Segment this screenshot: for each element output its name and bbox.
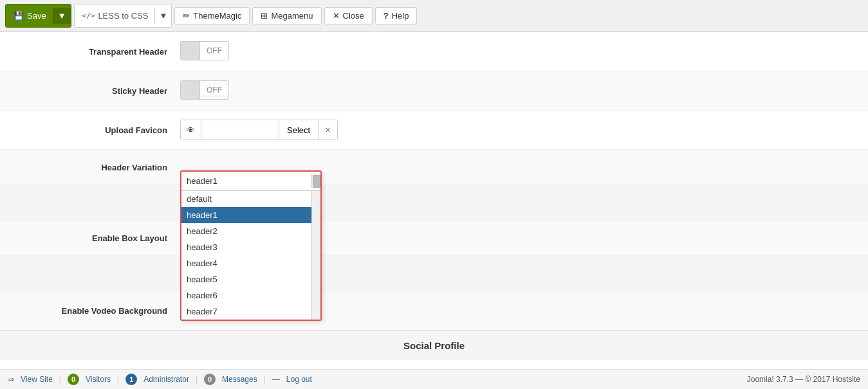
social-profile-title: Social Profile	[403, 340, 465, 351]
header-variation-control: header1 default header1 header2 header3 …	[180, 163, 855, 172]
enable-box-layout-row: Enable Box Layout	[0, 221, 868, 256]
header-variation-label: Header Variation	[0, 163, 180, 172]
less-dropdown-arrow[interactable]: ▼	[154, 8, 171, 24]
question-icon: ?	[383, 11, 389, 21]
favicon-file-input[interactable]	[201, 120, 279, 140]
body-section-row: Bo	[0, 185, 868, 221]
dropdown-selected-text: header1	[181, 176, 311, 186]
save-dropdown-arrow[interactable]: ▼	[53, 8, 71, 24]
close-label: Close	[343, 11, 364, 21]
toggle-handle	[181, 42, 200, 60]
magic-icon: ✏	[183, 11, 190, 21]
times-icon: ✕	[333, 11, 340, 21]
megamenu-button[interactable]: ⊞ Megamenu	[252, 7, 321, 24]
eye-icon: 👁	[187, 125, 195, 135]
enable-box-layout-label: Enable Box Layout	[0, 233, 180, 243]
upload-favicon-control: 👁 Select ×	[180, 120, 855, 140]
sticky-header-control: OFF	[180, 80, 855, 101]
bottom-bar: ⇒ View Site | 0 Visitors | 1 Administrat…	[0, 369, 868, 370]
scrollbar-thumb	[313, 175, 320, 188]
video-section-row: Vi	[0, 256, 868, 291]
option-header3[interactable]: header3	[181, 239, 311, 255]
toggle-off-label: OFF	[200, 46, 228, 55]
favicon-select-label: Select	[287, 125, 310, 135]
favicon-input-group: 👁 Select ×	[180, 120, 338, 140]
main-content: Transparent Header OFF Sticky Header OFF…	[0, 32, 868, 370]
help-label: Help	[392, 11, 409, 21]
option-header6[interactable]: header6	[181, 287, 311, 303]
favicon-clear-button[interactable]: ×	[318, 120, 337, 140]
enable-video-background-label: Enable Vodeo Background	[0, 306, 180, 316]
option-header5[interactable]: header5	[181, 271, 311, 287]
enable-video-background-row: Enable Vodeo Background OFF	[0, 291, 868, 330]
favicon-preview-button[interactable]: 👁	[181, 120, 201, 140]
sticky-toggle-off-label: OFF	[200, 86, 228, 95]
transparent-header-toggle[interactable]: OFF	[180, 41, 229, 60]
option-header1[interactable]: header1	[181, 207, 311, 223]
close-button[interactable]: ✕ Close	[324, 7, 373, 24]
theme-magic-label: ThemeMagic	[193, 11, 241, 21]
megamenu-label: Megamenu	[271, 11, 313, 21]
sitemap-icon: ⊞	[261, 11, 268, 21]
transparent-header-control: OFF	[180, 41, 855, 62]
save-label: Save	[27, 11, 46, 21]
less-to-css-button[interactable]: </> LESS to CSS ▼	[74, 4, 172, 28]
dropdown-scrollbar[interactable]	[311, 174, 320, 188]
dropdown-scrollbar-right[interactable]	[311, 191, 320, 320]
favicon-select-button[interactable]: Select	[279, 120, 318, 140]
favicon-clear-label: ×	[326, 125, 331, 135]
toolbar: 💾 Save ▼ </> LESS to CSS ▼ ✏ ThemeMagic …	[0, 0, 868, 32]
sticky-header-row: Sticky Header OFF	[0, 71, 868, 111]
help-button[interactable]: ? Help	[375, 7, 418, 24]
option-default[interactable]: default	[181, 191, 311, 207]
upload-favicon-label: Upload Favicon	[0, 125, 180, 135]
transparent-header-row: Transparent Header OFF	[0, 32, 868, 71]
less-to-css-label: LESS to CSS	[98, 11, 148, 21]
save-button[interactable]: 💾 Save ▼	[5, 4, 71, 28]
dropdown-options-list: default header1 header2 header3 header4 …	[181, 191, 311, 320]
header-variation-dropdown[interactable]: header1 default header1 header2 header3 …	[180, 170, 322, 321]
option-header4[interactable]: header4	[181, 255, 311, 271]
theme-magic-button[interactable]: ✏ ThemeMagic	[174, 7, 250, 24]
upload-favicon-row: Upload Favicon 👁 Select ×	[0, 111, 868, 150]
dropdown-options-container: default header1 header2 header3 header4 …	[181, 191, 320, 320]
save-icon: 💾	[14, 11, 24, 21]
header-variation-row: Header Variation header1 defau	[0, 150, 868, 185]
transparent-header-label: Transparent Header	[0, 47, 180, 57]
dropdown-header-row: header1	[181, 172, 320, 191]
option-header2[interactable]: header2	[181, 223, 311, 239]
toggle-handle-sticky	[181, 81, 200, 99]
less-icon: </>	[82, 12, 95, 20]
sticky-header-toggle[interactable]: OFF	[180, 80, 229, 100]
social-profile-header: Social Profile	[0, 330, 868, 360]
option-header7[interactable]: header7	[181, 303, 311, 320]
sticky-header-label: Sticky Header	[0, 86, 180, 96]
